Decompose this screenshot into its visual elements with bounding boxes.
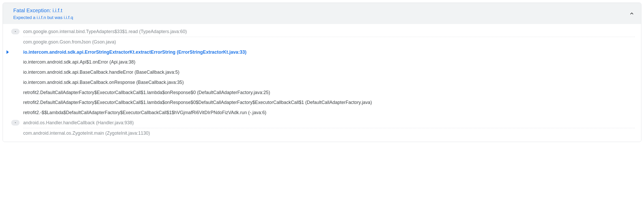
chevron-up-icon[interactable] [629,10,635,18]
stack-frame-text: com.google.gson.internal.bind.TypeAdapte… [23,29,187,35]
stack-frame[interactable]: io.intercom.android.sdk.api.Api$1.onErro… [3,57,641,67]
exception-message: Expected a i.i.f.n but was i.i.f.q [13,15,73,20]
exception-header-text: Fatal Exception: i.i.f.t Expected a i.i.… [13,8,73,20]
current-frame-pointer-icon [7,50,9,54]
exception-header[interactable]: Fatal Exception: i.i.f.t Expected a i.i.… [3,3,641,24]
stack-frame-text: io.intercom.android.sdk.api.ErrorStringE… [23,49,246,55]
stack-frame-text: retrofit2.DefaultCallAdapterFactory$Exec… [23,90,270,96]
stack-frame-text: io.intercom.android.sdk.api.BaseCallback… [23,69,179,75]
stack-frame[interactable]: io.intercom.android.sdk.api.BaseCallback… [3,67,641,77]
stack-frame[interactable]: retrofit2.DefaultCallAdapterFactory$Exec… [3,88,641,98]
stack-frame[interactable]: io.intercom.android.sdk.api.BaseCallback… [3,77,641,88]
stack-frame-text: android.os.Handler.handleCallback (Handl… [23,120,134,126]
stack-frame[interactable]: android.os.Handler.handleCallback (Handl… [3,118,641,128]
stack-frame[interactable]: retrofit2.DefaultCallAdapterFactory$Exec… [3,97,641,108]
expand-frames-button[interactable] [11,120,20,126]
exception-title: Fatal Exception: i.i.f.t [13,8,73,14]
stack-frame[interactable]: com.android.internal.os.ZygoteInit.main … [3,128,641,138]
stack-frame-text: com.google.gson.Gson.fromJson (Gson.java… [23,39,116,45]
stack-frame-text: retrofit2.DefaultCallAdapterFactory$Exec… [23,100,372,106]
stack-trace-panel: Fatal Exception: i.i.f.t Expected a i.i.… [3,3,641,142]
chevron-down-icon [14,121,17,124]
stack-frame[interactable]: com.google.gson.internal.bind.TypeAdapte… [3,27,641,37]
stack-trace-body: com.google.gson.internal.bind.TypeAdapte… [3,24,641,142]
stack-frame-text: io.intercom.android.sdk.api.BaseCallback… [23,79,184,85]
stack-frame-text: io.intercom.android.sdk.api.Api$1.onErro… [23,59,135,65]
stack-frame[interactable]: io.intercom.android.sdk.api.ErrorStringE… [3,47,641,57]
expand-frames-button[interactable] [11,29,20,34]
chevron-down-icon [14,30,17,33]
stack-frame-text: com.android.internal.os.ZygoteInit.main … [23,130,150,136]
stack-frame-text: retrofit2.-$$Lambda$DefaultCallAdapterFa… [23,110,267,116]
stack-frame[interactable]: com.google.gson.Gson.fromJson (Gson.java… [3,37,641,47]
stack-frame[interactable]: retrofit2.-$$Lambda$DefaultCallAdapterFa… [3,108,641,118]
